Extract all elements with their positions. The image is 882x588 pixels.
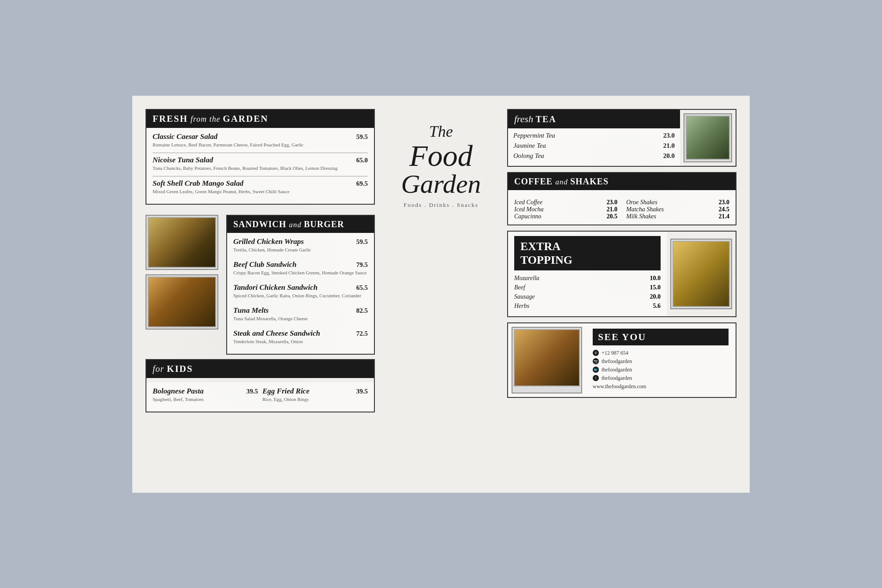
- item-price: 21.4: [719, 213, 730, 220]
- item-price: 24.5: [719, 206, 730, 213]
- list-item: Herbs 5.6: [514, 303, 661, 310]
- item-name: Tandori Chicken Sandwich: [233, 283, 318, 292]
- item-name: Egg Fried Rice: [262, 387, 310, 396]
- item-price: 69.5: [356, 180, 368, 187]
- list-item: Matcha Shakes 24.5: [626, 206, 729, 213]
- item-name: Oroe Shakes: [626, 199, 658, 206]
- item-name: Oolong Tea: [513, 152, 544, 160]
- topping-header-line1: EXTRA: [520, 240, 654, 253]
- topping-header: EXTRA TOPPING: [514, 236, 661, 270]
- coffee-right-col: Oroe Shakes 23.0 Matcha Shakes 24.5 Milk…: [626, 199, 729, 220]
- sandwich-header: SANDWICH and BURGER: [227, 216, 374, 233]
- tea-content: Peppermint Tea 23.0 Jasmine Tea 21.0 Ool…: [508, 128, 680, 166]
- item-price: 72.5: [356, 330, 368, 337]
- see-you-food-image: [514, 329, 580, 386]
- coffee-header: COFFEE and SHAKES: [508, 173, 736, 190]
- item-description: Crispy Bacon Egg, Smoked Chicken Greens,…: [233, 270, 368, 275]
- item-price: 65.0: [356, 157, 368, 164]
- item-description: Romaine Lettuce, Beef Bacon, Parmesan Ch…: [153, 142, 368, 147]
- list-item: Jasmine Tea 21.0: [513, 142, 675, 150]
- fresh-garden-section: FRESH from the GARDEN Classic Caesar Sal…: [146, 109, 375, 205]
- item-description: Mixed Green Leafes, Green Mango Peanut, …: [153, 189, 368, 194]
- item-price: 23.0: [607, 199, 618, 206]
- item-name: Milk Shakes: [626, 213, 656, 220]
- item-name: Nicoise Tuna Salad: [153, 156, 213, 165]
- list-item: Soft Shell Crab Mango Salad 69.5 Mixed G…: [153, 179, 368, 194]
- fresh-garden-header: FRESH from the GARDEN: [146, 110, 374, 128]
- item-price: 20.5: [607, 213, 618, 220]
- item-name: Tuna Melts: [233, 306, 269, 315]
- list-item: Classic Caesar Salad 59.5 Romaine Lettuc…: [153, 132, 368, 147]
- see-you-section: SEE YOU ✆ +12 987 654 📷 thefoodgarden 🐦 …: [507, 322, 736, 398]
- item-name: Peppermint Tea: [513, 132, 555, 139]
- kids-section: for KIDS Bolognese Pasta 39.5 Spaghetti,…: [146, 359, 375, 412]
- see-you-content: SEE YOU ✆ +12 987 654 📷 thefoodgarden 🐦 …: [586, 323, 736, 397]
- item-price: 82.5: [356, 307, 368, 315]
- item-name: Iced Coffee: [514, 199, 542, 206]
- item-name: Capucinno: [514, 213, 541, 220]
- fresh-garden-content: Classic Caesar Salad 59.5 Romaine Lettuc…: [146, 128, 374, 204]
- item-name: Beef Club Sandwich: [233, 260, 297, 269]
- item-name: Classic Caesar Salad: [153, 132, 217, 141]
- facebook-icon: f: [593, 375, 599, 381]
- list-item: Tuna Melts 82.5 Tuna Salad Mosarella, Or…: [233, 306, 368, 321]
- item-price: 23.0: [719, 199, 730, 206]
- list-item: Nicoise Tuna Salad 65.0 Tuna Chuncks, Ba…: [153, 156, 368, 171]
- logo-food: Food: [401, 141, 481, 171]
- item-price: 20.0: [650, 293, 661, 300]
- coffee-content: Iced Coffee 23.0 Iced Mocha 21.0 Capucin…: [508, 195, 736, 225]
- food-image-2: [146, 274, 218, 330]
- tea-header: fresh TEA: [508, 110, 680, 128]
- item-description: Tenderloin Steak, Mozarella, Onion: [233, 339, 368, 344]
- contact-facebook: f thefoodgarden: [593, 375, 729, 382]
- see-you-title: SEE YOU: [593, 329, 729, 345]
- item-name: Grilled Chicken Wraps: [233, 237, 304, 246]
- coffee-left-col: Iced Coffee 23.0 Iced Mocha 21.0 Capucin…: [514, 199, 617, 220]
- list-item: Beef Club Sandwich 79.5 Crispy Bacon Egg…: [233, 260, 368, 275]
- instagram-icon: 📷: [593, 358, 599, 364]
- list-item: Beef 15.0: [514, 284, 661, 291]
- item-description: Tuna Salad Mosarella, Orange Cheese: [233, 316, 368, 321]
- bowl-image: [148, 277, 216, 327]
- item-price: 59.5: [356, 133, 368, 141]
- sandwich-content: Grilled Chicken Wraps 59.5 Tortila, Chic…: [227, 233, 374, 354]
- item-price: 65.5: [356, 284, 368, 292]
- sandwich-row: SANDWICH and BURGER Grilled Chicken Wrap…: [146, 215, 375, 355]
- food-images-col: [146, 215, 218, 355]
- contact-website: www.thefoodgarden.com: [593, 383, 729, 390]
- item-price: 39.5: [247, 388, 258, 395]
- right-column: fresh TEA Peppermint Tea 23.0 Jasmine Te…: [507, 109, 736, 479]
- topping-image-frame: [670, 239, 732, 309]
- list-item: Egg Fried Rice 39.5 Rice, Egg, Onion Rin…: [262, 387, 368, 402]
- item-price: 15.0: [650, 284, 661, 291]
- restaurant-logo: The Food Garden Foods . Drinks . Snacks: [392, 113, 490, 217]
- food-image-1: [146, 215, 218, 270]
- item-description: Spiced Chicken, Garlic Raita, Onion Ring…: [233, 293, 368, 298]
- item-name: Herbs: [514, 303, 529, 310]
- item-price: 21.0: [663, 142, 675, 150]
- item-price: 20.0: [663, 152, 675, 160]
- item-name: Iced Mocha: [514, 206, 543, 213]
- list-item: Grilled Chicken Wraps 59.5 Tortila, Chic…: [233, 237, 368, 252]
- list-item: Steak and Cheese Sandwich 72.5 Tenderloi…: [233, 329, 368, 344]
- item-description: Spaghetti, Beef, Tomatoes: [153, 397, 258, 402]
- list-item: Bolognese Pasta 39.5 Spaghetti, Beef, To…: [153, 387, 258, 402]
- item-name: Beef: [514, 284, 525, 291]
- list-item: Sausage 20.0: [514, 293, 661, 300]
- item-description: Rice, Egg, Onion Rings: [262, 397, 368, 402]
- item-description: Tortila, Chicken, Homade Cream Garlic: [233, 247, 368, 252]
- extra-topping-section: EXTRA TOPPING Mozarella 10.0 Beef 15.0 S…: [507, 231, 736, 317]
- salad-image: [148, 217, 216, 268]
- kids-header: for KIDS: [146, 360, 374, 378]
- topping-content: EXTRA TOPPING Mozarella 10.0 Beef 15.0 S…: [508, 232, 667, 316]
- list-item: Oolong Tea 20.0: [513, 152, 675, 160]
- item-price: 79.5: [356, 261, 368, 269]
- item-price: 59.5: [356, 238, 368, 246]
- item-name: Soft Shell Crab Mango Salad: [153, 179, 243, 188]
- item-description: Tuna Chuncks, Baby Potatoes, French Bean…: [153, 165, 368, 171]
- item-price: 21.0: [607, 206, 618, 213]
- center-column: The Food Garden Foods . Drinks . Snacks: [375, 109, 507, 479]
- item-price: 10.0: [650, 275, 661, 282]
- item-name: Matcha Shakes: [626, 206, 664, 213]
- list-item: Iced Mocha 21.0: [514, 206, 617, 213]
